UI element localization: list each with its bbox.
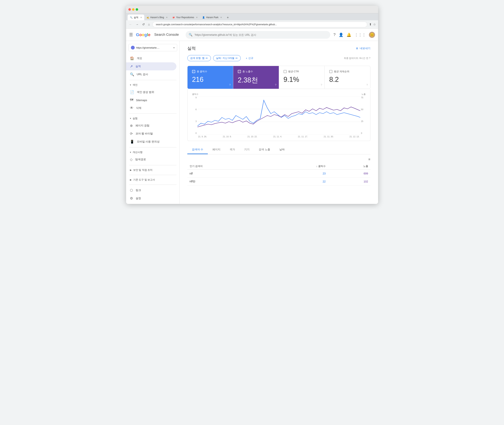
export-button[interactable]: ⬇ 내보내기 [356, 47, 370, 50]
sidebar-item-overview[interactable]: 🏠 개요 [126, 54, 176, 62]
forward-button[interactable]: → [135, 22, 140, 27]
bookmark-icon[interactable]: ☆ [373, 23, 376, 26]
tab-countries[interactable]: 국가 [225, 146, 240, 154]
property-selector[interactable]: https://givemetarte.... ▾ [128, 44, 177, 51]
notifications-icon[interactable]: 🔔 [347, 33, 351, 37]
sidebar-label-mobile: 모바일 사용 편의성 [137, 140, 160, 143]
maximize-button[interactable] [136, 8, 138, 11]
checkbox-position[interactable] [329, 70, 332, 73]
account-search-icon[interactable]: 👤 [339, 33, 343, 37]
metric-label-clicks: 총 클릭수 [197, 70, 208, 73]
share-icon[interactable]: ⬆ [369, 23, 372, 26]
x-label-1: 21. 10. 9. [223, 135, 232, 138]
help-impressions-icon[interactable]: ? [275, 83, 276, 86]
tab-search-appearance[interactable]: 검색 노출 [254, 146, 275, 154]
tab-pages[interactable]: 페이지 [208, 146, 225, 154]
sidebar-label-breadcrumbs: 탐색경로 [135, 158, 146, 161]
cell-query-0: rdf [187, 170, 266, 178]
search-input[interactable] [195, 33, 327, 36]
sitemaps-icon: 🗺 [130, 98, 133, 102]
sidebar-item-mobile[interactable]: 📱 모바일 사용 편의성 [126, 138, 176, 146]
security-arrow-icon: ▶ [130, 169, 132, 171]
section-index-label: 색인 [133, 83, 138, 87]
mobile-icon: 📱 [130, 140, 134, 144]
sidebar-item-removals[interactable]: 👁 삭제 [126, 104, 176, 112]
table-filter-icon[interactable]: ≡ [368, 157, 370, 161]
close-button[interactable] [128, 8, 131, 11]
sidebar-item-breadcrumbs[interactable]: ◇ 탐색경로 [126, 155, 176, 164]
help-ctr-icon[interactable]: ? [321, 83, 322, 86]
metric-card-impressions[interactable]: 총 노출수 2.38천 ? [233, 66, 279, 89]
sidebar-item-core-web[interactable]: ⟳ 코어 웹 바이탈 [126, 130, 176, 138]
col-header-clicks[interactable]: ↓ 클릭수 [266, 163, 328, 170]
tab-haram[interactable]: 👤 Haram Park ✕ [200, 14, 224, 20]
metric-card-position[interactable]: 평균 게재순위 8.2 ? [325, 66, 370, 89]
tab-icon-haram: 👤 [202, 16, 205, 19]
help-small-icon[interactable]: ? [369, 57, 370, 60]
filter-date[interactable]: 날짜: 지난 3개월 ✏ [213, 55, 241, 61]
edit-icon-search-type: ✏ [206, 57, 208, 60]
new-tab-button[interactable]: + [225, 15, 230, 20]
tab-label-repos: Your Repositories [176, 16, 194, 19]
section-index-header[interactable]: ▾ 색인 [126, 82, 180, 88]
section-legacy-label: 기존 도구 및 보고서 [133, 178, 155, 181]
metric-card-clicks[interactable]: 총 클릭수 216 ? [188, 66, 233, 89]
sidebar-item-links[interactable]: ⬡ 링크 [126, 186, 176, 194]
section-improvements-header[interactable]: ▾ 개선사항 [126, 149, 180, 155]
tab-dates[interactable]: 날짜 [275, 146, 289, 154]
tab-queries[interactable]: 검색어 수 [187, 146, 208, 154]
tab-close-blog[interactable]: ✕ [166, 16, 168, 19]
divider-4 [129, 165, 176, 165]
sidebar-label-page-exp: 페이지 경험 [135, 124, 150, 127]
metric-label-ctr: 평균 CTR [288, 70, 299, 73]
metric-card-ctr[interactable]: 평균 CTR 9.1% ? [279, 66, 325, 89]
section-security-header[interactable]: ▶ 보안 및 직접 조치 [126, 167, 180, 173]
checkbox-impressions[interactable] [238, 70, 241, 73]
section-legacy-header[interactable]: ▶ 기존 도구 및 보고서 [126, 177, 180, 183]
help-clicks-icon[interactable]: ? [229, 83, 231, 86]
home-button[interactable]: ⌂ [147, 22, 151, 27]
add-filter-button[interactable]: + 신규 [243, 55, 256, 61]
tab-close-haram[interactable]: ✕ [220, 16, 222, 19]
section-experiments-header[interactable]: ▾ 실험 [126, 115, 180, 122]
divider-2 [129, 113, 176, 114]
help-icon[interactable]: ? [333, 33, 336, 37]
tab-performance[interactable]: 🔍 실적 ✕ [128, 14, 144, 20]
filter-search-type[interactable]: 검색 유형: 웹 ✏ [187, 55, 211, 61]
avatar[interactable]: 😊 [369, 32, 375, 38]
tab-devices[interactable]: 기기 [240, 146, 254, 154]
tab-close-performance[interactable]: ✕ [140, 16, 142, 19]
sidebar-label-sitemaps: Sitemaps [136, 99, 147, 102]
tab-repos[interactable]: 🐙 Your Repositories ✕ [170, 14, 200, 20]
property-label: https://givemetarte.... [136, 46, 159, 49]
checkbox-clicks[interactable] [192, 70, 195, 73]
apps-icon[interactable]: ⋮⋮⋮ [354, 33, 366, 37]
refresh-button[interactable]: ↺ [141, 22, 145, 27]
help-position-icon[interactable]: ? [366, 83, 368, 86]
tab-close-repos[interactable]: ✕ [196, 16, 198, 19]
tab-blog[interactable]: ✍️ Haram's Blog ✕ [144, 14, 170, 20]
sidebar-item-sitemaps[interactable]: 🗺 Sitemaps [126, 96, 176, 104]
metric-value-position: 8.2 [329, 76, 366, 84]
checkbox-ctr[interactable] [283, 70, 287, 73]
tab-dates-label: 날짜 [279, 148, 285, 151]
section-improvements: ▾ 개선사항 ◇ 탐색경로 [126, 149, 180, 164]
sort-arrow-icon: ↓ [316, 165, 318, 167]
chart-area: 클릭수 노출 9 6 3 0 [187, 89, 370, 141]
address-input[interactable] [153, 22, 367, 27]
sidebar-item-performance[interactable]: ↗ 실적 [126, 62, 176, 70]
page-exp-icon: ⊕ [130, 124, 133, 128]
minimize-button[interactable] [132, 8, 134, 11]
filter-bar: 검색 유형: 웹 ✏ 날짜: 지난 3개월 ✏ + 신규 최종 업데이트: 8시… [187, 55, 370, 61]
sidebar-item-coverage[interactable]: 📄 색인 생성 범위 [126, 88, 176, 96]
search-small-icon: 🔍 [130, 72, 134, 77]
metric-header-position: 평균 게재순위 [329, 70, 366, 73]
section-experiments-label: 실험 [133, 117, 138, 120]
sidebar-item-url-inspection[interactable]: 🔍 URL 검사 [126, 70, 176, 78]
edit-icon-date: ✏ [235, 57, 238, 60]
hamburger-menu[interactable]: ☰ [129, 32, 133, 37]
sidebar-item-page-exp[interactable]: ⊕ 페이지 경험 [126, 122, 176, 130]
add-filter-label: 신규 [248, 56, 253, 60]
back-button[interactable]: ← [128, 22, 133, 27]
sidebar-item-settings[interactable]: ⚙ 설정 [126, 194, 176, 202]
